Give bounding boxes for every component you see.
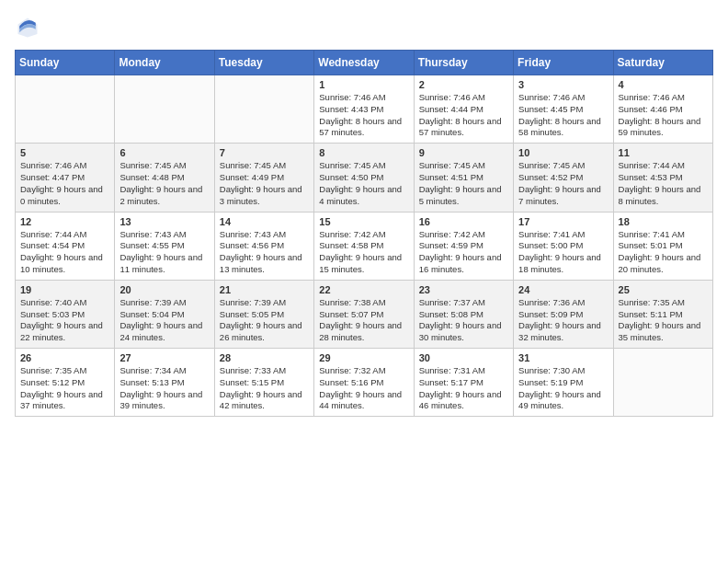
day-info: Sunrise: 7:32 AM Sunset: 5:16 PM Dayligh… [319,365,408,412]
calendar-week-row: 5Sunrise: 7:46 AM Sunset: 4:47 PM Daylig… [16,144,713,212]
day-info: Sunrise: 7:46 AM Sunset: 4:44 PM Dayligh… [419,92,508,139]
day-number: 15 [319,216,408,227]
calendar-cell: 7Sunrise: 7:45 AM Sunset: 4:49 PM Daylig… [214,144,313,212]
calendar-week-row: 12Sunrise: 7:44 AM Sunset: 4:54 PM Dayli… [16,212,713,280]
day-number: 24 [518,284,608,295]
day-info: Sunrise: 7:37 AM Sunset: 5:08 PM Dayligh… [419,297,508,344]
day-number: 18 [619,216,708,227]
day-info: Sunrise: 7:36 AM Sunset: 5:09 PM Dayligh… [518,297,608,344]
day-info: Sunrise: 7:42 AM Sunset: 4:59 PM Dayligh… [419,229,508,276]
calendar-cell: 5Sunrise: 7:46 AM Sunset: 4:47 PM Daylig… [16,144,115,212]
day-number: 5 [20,147,109,158]
day-info: Sunrise: 7:41 AM Sunset: 5:00 PM Dayligh… [518,229,608,276]
day-number: 22 [319,284,408,295]
calendar-cell: 16Sunrise: 7:42 AM Sunset: 4:59 PM Dayli… [414,212,513,280]
calendar-cell: 9Sunrise: 7:45 AM Sunset: 4:51 PM Daylig… [414,144,513,212]
page-header [15,15,713,40]
logo-icon [15,15,40,40]
day-info: Sunrise: 7:45 AM Sunset: 4:52 PM Dayligh… [518,160,608,207]
day-info: Sunrise: 7:45 AM Sunset: 4:51 PM Dayligh… [419,160,508,207]
day-number: 14 [220,216,309,227]
day-info: Sunrise: 7:44 AM Sunset: 4:54 PM Dayligh… [20,229,109,276]
day-info: Sunrise: 7:43 AM Sunset: 4:55 PM Dayligh… [119,229,209,276]
weekday-header-wednesday: Wednesday [314,51,414,75]
day-number: 19 [20,284,109,295]
day-number: 1 [319,79,408,90]
day-number: 13 [119,216,209,227]
calendar-cell: 6Sunrise: 7:45 AM Sunset: 4:48 PM Daylig… [115,144,214,212]
day-number: 7 [220,147,309,158]
calendar-week-row: 19Sunrise: 7:40 AM Sunset: 5:03 PM Dayli… [16,280,713,348]
calendar-cell: 17Sunrise: 7:41 AM Sunset: 5:00 PM Dayli… [514,212,613,280]
calendar-cell: 1Sunrise: 7:46 AM Sunset: 4:43 PM Daylig… [314,75,414,144]
day-number: 26 [20,352,109,363]
day-number: 25 [619,284,708,295]
calendar-cell: 3Sunrise: 7:46 AM Sunset: 4:45 PM Daylig… [514,75,613,144]
logo [15,15,44,40]
day-number: 11 [619,147,708,158]
day-info: Sunrise: 7:30 AM Sunset: 5:19 PM Dayligh… [518,365,608,412]
calendar-cell: 30Sunrise: 7:31 AM Sunset: 5:17 PM Dayli… [414,349,513,417]
calendar-week-row: 26Sunrise: 7:35 AM Sunset: 5:12 PM Dayli… [16,349,713,417]
day-info: Sunrise: 7:35 AM Sunset: 5:11 PM Dayligh… [619,297,708,344]
weekday-header-thursday: Thursday [414,51,513,75]
day-info: Sunrise: 7:38 AM Sunset: 5:07 PM Dayligh… [319,297,408,344]
day-number: 20 [119,284,209,295]
calendar-cell: 4Sunrise: 7:46 AM Sunset: 4:46 PM Daylig… [613,75,712,144]
day-number: 29 [319,352,408,363]
calendar-cell: 29Sunrise: 7:32 AM Sunset: 5:16 PM Dayli… [314,349,414,417]
day-info: Sunrise: 7:43 AM Sunset: 4:56 PM Dayligh… [220,229,309,276]
day-number: 3 [518,79,608,90]
calendar-cell: 15Sunrise: 7:42 AM Sunset: 4:58 PM Dayli… [314,212,414,280]
calendar-cell: 10Sunrise: 7:45 AM Sunset: 4:52 PM Dayli… [514,144,613,212]
calendar-cell: 28Sunrise: 7:33 AM Sunset: 5:15 PM Dayli… [214,349,313,417]
calendar-cell: 13Sunrise: 7:43 AM Sunset: 4:55 PM Dayli… [115,212,214,280]
day-number: 31 [518,352,608,363]
calendar-cell: 2Sunrise: 7:46 AM Sunset: 4:44 PM Daylig… [414,75,513,144]
day-number: 27 [119,352,209,363]
day-info: Sunrise: 7:46 AM Sunset: 4:47 PM Dayligh… [20,160,109,207]
day-number: 23 [419,284,508,295]
day-number: 21 [220,284,309,295]
day-info: Sunrise: 7:40 AM Sunset: 5:03 PM Dayligh… [20,297,109,344]
calendar-cell [16,75,115,144]
calendar-week-row: 1Sunrise: 7:46 AM Sunset: 4:43 PM Daylig… [16,75,713,144]
day-number: 30 [419,352,508,363]
calendar-cell: 12Sunrise: 7:44 AM Sunset: 4:54 PM Dayli… [16,212,115,280]
calendar-cell: 27Sunrise: 7:34 AM Sunset: 5:13 PM Dayli… [115,349,214,417]
calendar-cell: 20Sunrise: 7:39 AM Sunset: 5:04 PM Dayli… [115,280,214,348]
weekday-header-sunday: Sunday [16,51,115,75]
calendar-cell: 24Sunrise: 7:36 AM Sunset: 5:09 PM Dayli… [514,280,613,348]
calendar-cell: 23Sunrise: 7:37 AM Sunset: 5:08 PM Dayli… [414,280,513,348]
day-number: 8 [319,147,408,158]
day-number: 6 [119,147,209,158]
day-info: Sunrise: 7:46 AM Sunset: 4:43 PM Dayligh… [319,92,408,139]
day-info: Sunrise: 7:41 AM Sunset: 5:01 PM Dayligh… [619,229,708,276]
day-number: 2 [419,79,508,90]
day-info: Sunrise: 7:46 AM Sunset: 4:45 PM Dayligh… [518,92,608,139]
day-info: Sunrise: 7:31 AM Sunset: 5:17 PM Dayligh… [419,365,508,412]
day-number: 4 [619,79,708,90]
day-info: Sunrise: 7:34 AM Sunset: 5:13 PM Dayligh… [119,365,209,412]
calendar-cell: 21Sunrise: 7:39 AM Sunset: 5:05 PM Dayli… [214,280,313,348]
weekday-header-tuesday: Tuesday [214,51,313,75]
day-number: 10 [518,147,608,158]
calendar-cell [613,349,712,417]
day-info: Sunrise: 7:35 AM Sunset: 5:12 PM Dayligh… [20,365,109,412]
day-number: 17 [518,216,608,227]
day-info: Sunrise: 7:45 AM Sunset: 4:49 PM Dayligh… [220,160,309,207]
calendar-cell: 18Sunrise: 7:41 AM Sunset: 5:01 PM Dayli… [613,212,712,280]
weekday-header-monday: Monday [115,51,214,75]
day-info: Sunrise: 7:39 AM Sunset: 5:05 PM Dayligh… [220,297,309,344]
calendar-cell: 26Sunrise: 7:35 AM Sunset: 5:12 PM Dayli… [16,349,115,417]
calendar-cell [115,75,214,144]
calendar-cell: 19Sunrise: 7:40 AM Sunset: 5:03 PM Dayli… [16,280,115,348]
weekday-header-saturday: Saturday [613,51,712,75]
day-number: 9 [419,147,508,158]
day-number: 12 [20,216,109,227]
day-info: Sunrise: 7:42 AM Sunset: 4:58 PM Dayligh… [319,229,408,276]
calendar-cell: 14Sunrise: 7:43 AM Sunset: 4:56 PM Dayli… [214,212,313,280]
day-info: Sunrise: 7:46 AM Sunset: 4:46 PM Dayligh… [619,92,708,139]
day-info: Sunrise: 7:45 AM Sunset: 4:50 PM Dayligh… [319,160,408,207]
weekday-header-friday: Friday [514,51,613,75]
